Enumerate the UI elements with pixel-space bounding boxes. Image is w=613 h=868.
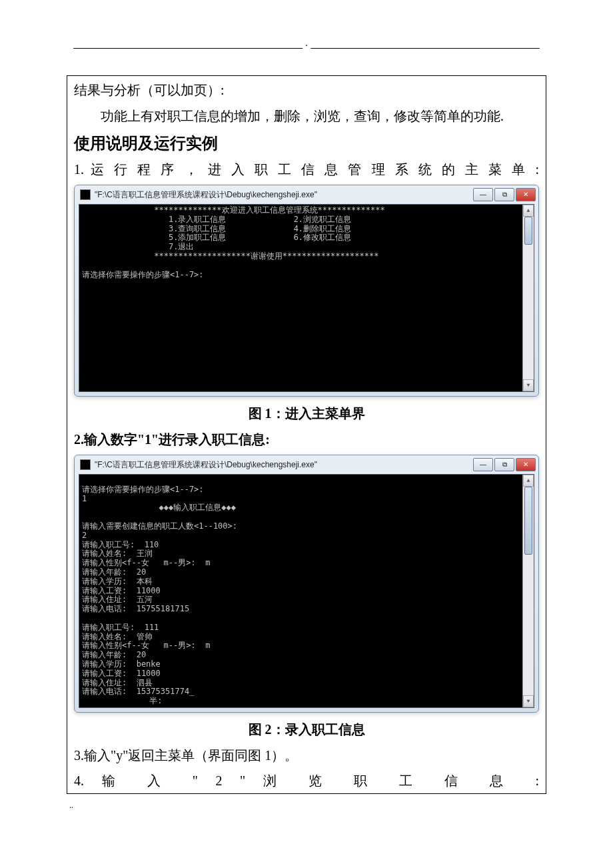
window-title: "F:\C语言职工信息管理系统课程设计\Debug\kechengsheji.e… [95,189,473,201]
step-2: 2.输入数字"1"进行录入职工信息: [67,427,546,452]
step-3: 3.输入"y"返回主菜单（界面同图 1）。 [67,743,546,768]
minimize-button[interactable]: — [473,188,493,201]
console-body[interactable]: 请选择你需要操作的步骤<1--7>: 1 ◆◆◆输入职工信息◆◆◆ 请输入需要创… [79,474,534,708]
maximize-button[interactable]: ⧉ [494,188,514,201]
scroll-track[interactable] [523,217,534,379]
maximize-button[interactable]: ⧉ [494,458,514,471]
summary-line: 功能上有对职工信息的增加，删除，浏览，查询，修改等简单的功能. [67,103,546,130]
scroll-up-button[interactable]: ▲ [523,475,534,487]
close-button[interactable]: ✕ [516,188,536,201]
titlebar[interactable]: "F:\C语言职工信息管理系统课程设计\Debug\kechengsheji.e… [75,455,538,474]
document-page: 结果与分析（可以加页）: 功能上有对职工信息的增加，删除，浏览，查询，修改等简单… [0,48,613,844]
header-rule [73,48,540,49]
step-1: 1. 运 行 程 序 ， 进 入 职 工 信 息 管 理 系 统 的 主 菜 单… [67,157,546,182]
scrollbar[interactable]: ▲ ▼ [522,475,534,707]
scroll-up-button[interactable]: ▲ [523,205,534,217]
console-text: 请选择你需要操作的步骤<1--7>: 1 ◆◆◆输入职工信息◆◆◆ 请输入需要创… [79,475,534,707]
console-text: **************欢迎进入职工信息管理系统**************… [79,205,534,394]
console-window-2: "F:\C语言职工信息管理系统课程设计\Debug\kechengsheji.e… [74,455,539,713]
usage-heading: 使用说明及运行实例 [67,130,546,157]
titlebar[interactable]: "F:\C语言职工信息管理系统课程设计\Debug\kechengsheji.e… [75,185,538,204]
scroll-down-button[interactable]: ▼ [523,695,534,707]
caption-2: 图 2：录入职工信息 [67,717,546,743]
scroll-track[interactable] [523,487,534,695]
step-4: 4. 输 入 " 2 " 浏 览 职 工 信 息 : [67,768,546,793]
caption-1: 图 1：进入主菜单界 [67,401,546,427]
window-title: "F:\C语言职工信息管理系统课程设计\Debug\kechengsheji.e… [95,459,473,471]
app-icon [80,189,91,200]
window-buttons: — ⧉ ✕ [473,458,536,471]
console-window-1: "F:\C语言职工信息管理系统课程设计\Debug\kechengsheji.e… [74,185,539,397]
window-buttons: — ⧉ ✕ [473,188,536,201]
close-button[interactable]: ✕ [516,458,536,471]
console-body[interactable]: **************欢迎进入职工信息管理系统**************… [79,204,534,392]
scroll-thumb[interactable] [524,487,532,555]
scroll-down-button[interactable]: ▼ [523,379,534,391]
app-icon [80,459,91,470]
results-header: 结果与分析（可以加页）: [67,76,546,103]
minimize-button[interactable]: — [473,458,493,471]
scrollbar[interactable]: ▲ ▼ [522,205,534,391]
footer-dots: .. [67,794,546,811]
content-box: 结果与分析（可以加页）: 功能上有对职工信息的增加，删除，浏览，查询，修改等简单… [67,75,546,794]
scroll-thumb[interactable] [524,217,532,245]
